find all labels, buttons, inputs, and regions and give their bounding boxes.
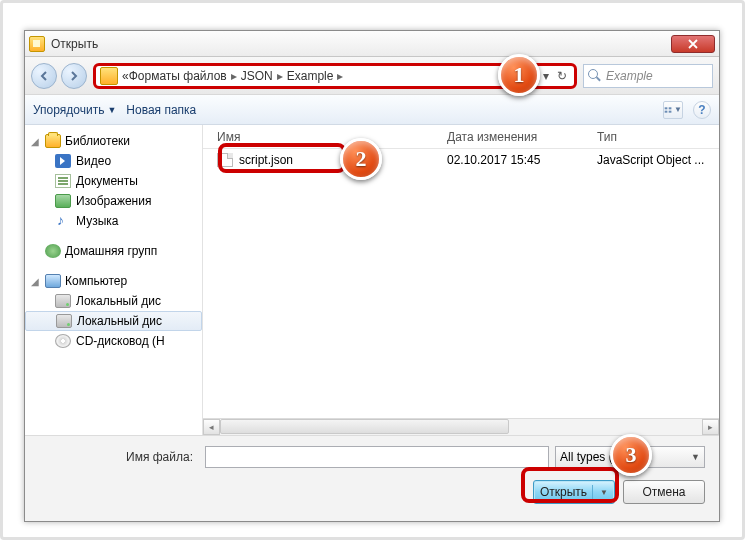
file-date: 02.10.2017 15:45: [447, 153, 597, 167]
search-input[interactable]: Example: [583, 64, 713, 88]
filename-label: Имя файла:: [39, 450, 199, 464]
column-header-type[interactable]: Тип: [597, 130, 719, 144]
column-header-name[interactable]: Имя: [217, 130, 447, 144]
sidebar-item-videos[interactable]: Видео: [25, 151, 202, 171]
sidebar-item-homegroup[interactable]: Домашняя групп: [25, 241, 202, 261]
svg-rect-0: [665, 107, 668, 109]
view-options-button[interactable]: ▼: [663, 101, 683, 119]
libraries-icon: [45, 134, 61, 148]
sidebar-item-music[interactable]: Музыка: [25, 211, 202, 231]
filename-input[interactable]: [205, 446, 549, 468]
documents-icon: [55, 174, 71, 188]
scroll-left-button[interactable]: ◂: [203, 419, 220, 435]
svg-rect-2: [665, 110, 668, 112]
breadcrumb-item[interactable]: Example▸: [287, 69, 348, 83]
new-folder-button[interactable]: Новая папка: [126, 103, 196, 117]
sidebar-item-local-disk[interactable]: Локальный дис: [25, 311, 202, 331]
search-placeholder: Example: [606, 69, 653, 83]
drive-icon: [56, 314, 72, 328]
scroll-right-button[interactable]: ▸: [702, 419, 719, 435]
chevron-down-icon: ▼: [691, 452, 700, 462]
music-icon: [55, 214, 71, 228]
collapse-icon[interactable]: ◢: [31, 136, 41, 147]
video-icon: [55, 154, 71, 168]
chevron-down-icon: ▼: [107, 105, 116, 115]
address-dropdown-icon[interactable]: ▾: [538, 69, 554, 83]
sidebar-item-computer[interactable]: ◢ Компьютер: [25, 271, 202, 291]
window-title: Открыть: [51, 37, 671, 51]
collapse-icon[interactable]: ◢: [31, 276, 41, 287]
annotation-badge-3: 3: [610, 434, 652, 476]
breadcrumb-prefix: «: [122, 69, 129, 83]
chevron-right-icon: ▸: [277, 69, 283, 83]
cancel-button[interactable]: Отмена: [623, 480, 705, 504]
folder-icon: [100, 67, 118, 85]
svg-rect-1: [669, 107, 672, 109]
column-header-date[interactable]: Дата изменения: [447, 130, 597, 144]
pictures-icon: [55, 194, 71, 208]
svg-rect-3: [669, 110, 672, 112]
sidebar-item-pictures[interactable]: Изображения: [25, 191, 202, 211]
homegroup-icon: [45, 244, 61, 258]
nav-sidebar: ◢ Библиотеки Видео Документы Изображения…: [25, 125, 203, 435]
nav-row: « Форматы файлов▸ JSON▸ Example▸ ▾ ↻ Exa…: [25, 57, 719, 95]
annotation-highlight-3: [521, 467, 619, 503]
file-type: JavaScript Object ...: [597, 153, 719, 167]
annotation-highlight-2: [218, 143, 346, 173]
refresh-icon[interactable]: ↻: [554, 69, 570, 83]
chevron-right-icon: ▸: [337, 69, 343, 83]
help-button[interactable]: ?: [693, 101, 711, 119]
cd-icon: [55, 334, 71, 348]
back-button[interactable]: [31, 63, 57, 89]
sidebar-item-documents[interactable]: Документы: [25, 171, 202, 191]
scroll-track[interactable]: [220, 419, 702, 435]
sidebar-item-local-disk[interactable]: Локальный дис: [25, 291, 202, 311]
sidebar-item-libraries[interactable]: ◢ Библиотеки: [25, 131, 202, 151]
close-button[interactable]: [671, 35, 715, 53]
chevron-right-icon: ▸: [231, 69, 237, 83]
forward-button[interactable]: [61, 63, 87, 89]
titlebar: Открыть: [25, 31, 719, 57]
breadcrumb-item[interactable]: Форматы файлов▸: [129, 69, 241, 83]
computer-icon: [45, 274, 61, 288]
annotation-badge-2: 2: [340, 138, 382, 180]
scroll-thumb[interactable]: [220, 419, 509, 434]
breadcrumb-item[interactable]: JSON▸: [241, 69, 287, 83]
toolbar: Упорядочить ▼ Новая папка ▼ ?: [25, 95, 719, 125]
sidebar-item-cd-drive[interactable]: CD-дисковод (Н: [25, 331, 202, 351]
organize-menu[interactable]: Упорядочить ▼: [33, 103, 116, 117]
close-icon: [688, 39, 698, 49]
app-icon: [29, 36, 45, 52]
horizontal-scrollbar[interactable]: ◂ ▸: [203, 418, 719, 435]
annotation-badge-1: 1: [498, 54, 540, 96]
search-icon: [588, 69, 602, 83]
drive-icon: [55, 294, 71, 308]
